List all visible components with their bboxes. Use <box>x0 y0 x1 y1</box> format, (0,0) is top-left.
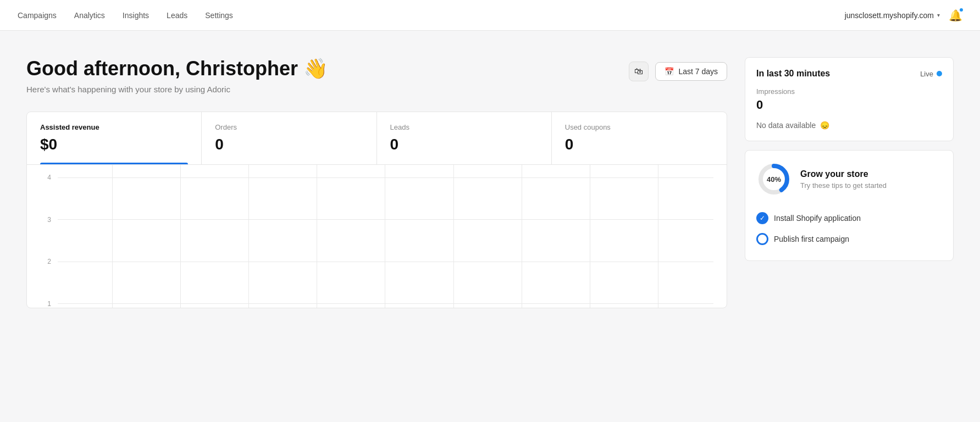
stat-label-leads: Leads <box>390 123 538 131</box>
chart-col-4 <box>249 165 317 308</box>
bell-icon[interactable]: 🔔 <box>949 9 962 22</box>
chart-col-2 <box>113 165 181 308</box>
sad-face-icon: 😞 <box>820 121 829 130</box>
chart-col-9 <box>590 165 658 308</box>
chart-col-10 <box>658 165 727 308</box>
chart-area: 4 3 2 1 <box>27 165 727 308</box>
no-data-text: No data available <box>756 121 816 130</box>
greeting-title: Good afternoon, Christopher 👋 <box>26 57 328 80</box>
live-label: Live <box>920 70 933 78</box>
live-card: In last 30 minutes Live Impressions 0 No… <box>745 57 954 141</box>
stat-label-used-coupons: Used coupons <box>565 123 713 131</box>
donut-chart: 40% <box>756 162 791 197</box>
live-dot-icon <box>937 71 942 76</box>
greeting-text: Good afternoon, Christopher 👋 Here's wha… <box>26 57 328 94</box>
stat-value-assisted-revenue: $0 <box>40 136 188 153</box>
stats-card: Assisted revenue $0 Orders 0 Leads 0 Use… <box>26 112 727 308</box>
live-badge: Live <box>920 70 942 78</box>
stat-value-used-coupons: 0 <box>565 136 713 153</box>
no-data-row: No data available 😞 <box>756 121 942 130</box>
nav-settings[interactable]: Settings <box>205 9 233 22</box>
grow-text: Grow your store Try these tips to get st… <box>800 169 887 190</box>
nav-leads[interactable]: Leads <box>167 9 187 22</box>
stat-label-orders: Orders <box>215 123 363 131</box>
stat-orders[interactable]: Orders 0 <box>202 112 377 164</box>
stat-value-leads: 0 <box>390 136 538 153</box>
grow-title: Grow your store <box>800 169 887 179</box>
topnav: Campaigns Analytics Insights Leads Setti… <box>0 0 980 31</box>
donut-label: 40% <box>767 175 781 184</box>
greeting-subtitle: Here's what's happening with your store … <box>26 85 328 94</box>
tip-install-label: Install Shopify application <box>774 214 861 223</box>
nav-analytics[interactable]: Analytics <box>74 9 105 22</box>
date-range-label: Last 7 days <box>678 67 718 76</box>
right-sidebar: In last 30 minutes Live Impressions 0 No… <box>745 57 954 308</box>
calendar-icon: 📅 <box>665 67 674 76</box>
chart-columns <box>45 165 727 308</box>
notification-badge <box>959 7 964 13</box>
stat-value-orders: 0 <box>215 136 363 153</box>
grow-header: 40% Grow your store Try these tips to ge… <box>756 162 942 197</box>
store-logo-icon: 🛍 <box>634 66 643 76</box>
chart-col-7 <box>454 165 522 308</box>
stat-active-indicator <box>40 163 188 164</box>
stat-used-coupons[interactable]: Used coupons 0 <box>552 112 727 164</box>
chart-col-8 <box>522 165 590 308</box>
tip-publish: Publish first campaign <box>756 229 942 249</box>
chart-col-6 <box>385 165 453 308</box>
date-range-button[interactable]: 📅 Last 7 days <box>655 62 727 81</box>
chart-col-5 <box>317 165 385 308</box>
impressions-label: Impressions <box>756 87 942 96</box>
greeting-actions: 🛍 📅 Last 7 days <box>629 62 727 81</box>
nav-links: Campaigns Analytics Insights Leads Setti… <box>18 9 233 22</box>
store-selector[interactable]: junsclosett.myshopify.com ▾ <box>845 11 940 20</box>
tip-publish-label: Publish first campaign <box>774 235 849 243</box>
stats-row: Assisted revenue $0 Orders 0 Leads 0 Use… <box>27 112 727 165</box>
nav-campaigns[interactable]: Campaigns <box>18 9 57 22</box>
main-wrapper: Good afternoon, Christopher 👋 Here's wha… <box>0 31 980 308</box>
chevron-down-icon: ▾ <box>937 12 940 18</box>
chart-col-3 <box>181 165 249 308</box>
live-card-title: In last 30 minutes <box>756 69 830 79</box>
nav-right: junsclosett.myshopify.com ▾ 🔔 <box>845 9 962 22</box>
stat-leads[interactable]: Leads 0 <box>377 112 552 164</box>
tip-install: ✓ Install Shopify application <box>756 208 942 229</box>
grow-subtitle: Try these tips to get started <box>800 181 887 190</box>
grow-card: 40% Grow your store Try these tips to ge… <box>745 150 954 261</box>
nav-insights[interactable]: Insights <box>123 9 149 22</box>
greeting-section: Good afternoon, Christopher 👋 Here's wha… <box>26 57 727 94</box>
store-icon-button[interactable]: 🛍 <box>629 62 649 81</box>
left-content: Good afternoon, Christopher 👋 Here's wha… <box>26 57 727 308</box>
chart-col-1 <box>45 165 113 308</box>
store-name: junsclosett.myshopify.com <box>845 11 934 20</box>
tip-check-icon: ✓ <box>756 212 768 224</box>
stat-assisted-revenue[interactable]: Assisted revenue $0 <box>27 112 202 164</box>
stat-label-assisted-revenue: Assisted revenue <box>40 123 188 131</box>
live-card-header: In last 30 minutes Live <box>756 69 942 79</box>
impressions-value: 0 <box>756 98 942 112</box>
tip-partial-icon <box>756 233 768 245</box>
